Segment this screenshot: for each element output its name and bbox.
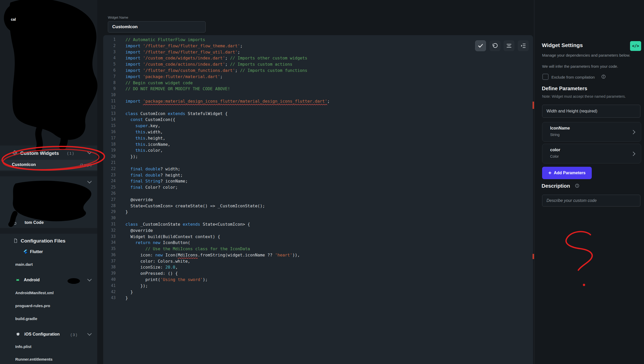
code-line: 22 final double? width; (103, 166, 533, 172)
code-line: 14 const CustomIcon({ (103, 117, 533, 123)
sidebar-item-android[interactable]: Android (0, 276, 97, 285)
customicon-args-badge: (3 args) (80, 163, 92, 167)
sidebar-item-configuration-files[interactable]: Configuration Files (0, 236, 97, 246)
parameter-card-color[interactable]: color Color (542, 144, 641, 163)
add-parameters-button[interactable]: + Add Parameters (542, 167, 592, 179)
configuration-files-label: Configuration Files (21, 238, 65, 244)
code-line: 32 @override (103, 228, 533, 234)
align-center-icon[interactable] (504, 40, 514, 51)
flutter-label: Flutter (30, 249, 43, 254)
code-line: 18 this.iconName, (103, 141, 533, 148)
code-line: 35 // Use the MdiIcons class for the Ico… (103, 246, 533, 252)
widgets-icon (12, 150, 17, 157)
code-line: 34 return new IconButton( (103, 240, 533, 246)
code-line: 2import '/flutter_flow/flutter_flow_them… (103, 43, 533, 49)
code-line: 41 }); (103, 283, 533, 289)
indent-icon[interactable] (518, 40, 529, 51)
sidebar-item-flutter[interactable]: Flutter (0, 248, 97, 256)
sidebar-item-runner-entitlements[interactable]: Runner.entitlements (0, 355, 97, 363)
custom-widgets-count: ( 1 ) (67, 151, 74, 155)
custom-widgets-section: Custom Widgets ( 1 ) CustomIcon (3 args) (0, 146, 97, 171)
code-line: 10 (103, 92, 533, 98)
sidebar-item-custom-widgets[interactable]: Custom Widgets ( 1 ) (0, 148, 97, 158)
android-icon (15, 278, 20, 284)
sidebar-item-proguard[interactable]: proguard-rules.pro (0, 302, 97, 310)
code-line: 25 final Color? color; (103, 184, 533, 191)
code-line: 30 (103, 215, 533, 221)
panel-title: Widget Settings (542, 42, 583, 48)
revert-icon[interactable] (490, 40, 500, 51)
sidebar-item-customicon[interactable]: CustomIcon (3 args) (0, 160, 97, 170)
sidebar-item-info-plist[interactable]: Info.plist (0, 343, 97, 351)
panel-subtitle-1: Manage your dependencies and parameters … (542, 52, 643, 58)
sidebar-item-build-gradle[interactable]: build.gradle (0, 315, 97, 323)
code-line: 39 onPressed: () { (103, 270, 533, 277)
chevron-down-icon[interactable] (87, 150, 92, 154)
sidebar-item-androidmanifest[interactable]: AndroidManifest.xml (0, 289, 97, 297)
sidebar: Custom Widgets ( 1 ) CustomIcon (3 args)… (0, 0, 97, 364)
code-line: 15 super.key, (103, 123, 533, 129)
parameter-card-iconname[interactable]: IconName String (542, 122, 641, 142)
code-line: 11import 'package:material_design_icons_… (103, 98, 533, 104)
code-line: 12 (103, 104, 533, 111)
code-line: 5import '/custom_code/actions/index.dart… (103, 61, 533, 67)
flutter-icon (23, 249, 28, 255)
code-line: 24 final String? iconName; (103, 178, 533, 184)
code-line: 36 icon: new Icon(MdiIcons.fromString(wi… (103, 252, 533, 258)
description-title: Description (542, 183, 570, 189)
info-icon[interactable] (575, 183, 580, 189)
parameters-note: Note: Widget must accept these named par… (542, 94, 626, 98)
code-line: 17 this.height, (103, 135, 533, 141)
exclude-compilation-label: Exclude from compilation (551, 74, 595, 80)
widget-settings-panel: Widget Settings Manage your dependencies… (534, 0, 644, 364)
configuration-files-section: Configuration Files Flutter main.dart (0, 234, 97, 364)
code-line: 27 @override (103, 197, 533, 203)
code-line: 19 this.color, (103, 147, 533, 154)
custom-code-icon (12, 220, 17, 226)
code-line: 37 color: Colors.white, (103, 258, 533, 264)
code-line: 20 }); (103, 154, 533, 160)
sidebar-item-hidden[interactable] (0, 178, 97, 187)
code-view-toggle[interactable]: </> (630, 41, 641, 51)
width-height-field[interactable] (542, 105, 640, 118)
info-icon[interactable] (601, 74, 606, 80)
apple-icon (16, 332, 21, 338)
code-line: 28 State<CustomIcon> createState() => _C… (103, 203, 533, 209)
code-line: 31class _CustomIconState extends State<C… (103, 221, 533, 228)
code-line: 43} (103, 295, 533, 301)
panel-subtitle-2: We will infer the parameters from your c… (542, 64, 643, 69)
code-line: 29} (103, 209, 533, 215)
description-input[interactable] (542, 195, 640, 207)
exclude-compilation-checkbox[interactable] (542, 74, 549, 80)
check-icon[interactable] (475, 40, 486, 51)
code-line: 13class CustomIcon extends StatefulWidge… (103, 111, 533, 117)
code-line: 4import '/custom_code/widgets/index.dart… (103, 55, 533, 61)
sidebar-item-main-dart[interactable]: main.dart (0, 261, 97, 268)
sidebar-item-custom-code[interactable]: tom Code (0, 218, 97, 228)
chevron-down-icon[interactable] (87, 331, 92, 336)
chevron-down-icon[interactable] (87, 179, 92, 184)
widget-name-label: Widget Name (108, 16, 128, 19)
plus-icon: + (548, 170, 551, 176)
widget-name-input[interactable] (108, 21, 206, 33)
define-parameters-title: Define Parameters (542, 86, 587, 92)
code-line: 38 iconSize: 20.0, (103, 264, 533, 270)
ios-count: ( 3 ) (71, 333, 77, 337)
code-line: 7import 'package:flutter/material.dart'; (103, 74, 533, 80)
code-line: 6import '/flutter_flow/custom_functions.… (103, 67, 533, 74)
code-line: 3import '/flutter_flow/flutter_flow_util… (103, 49, 533, 55)
sidebar-middle-section: tom Code (0, 176, 97, 228)
code-line: 23 final double? height; (103, 172, 533, 178)
code-line: 33 Widget build(BuildContext context) { (103, 234, 533, 240)
document-icon (13, 238, 18, 244)
code-line: 9// DO NOT REMOVE OR MODIFY THE CODE ABO… (103, 86, 533, 92)
sidebar-item-ios-configuration[interactable]: iOS Configuration ( 3 ) (0, 330, 97, 339)
custom-widgets-label: Custom Widgets (20, 150, 59, 156)
code-line: 42 } (103, 289, 533, 295)
code-line: 40 print('Using the sword'); (103, 277, 533, 283)
code-lines: 1// Automatic FlutterFlow imports2import… (103, 37, 533, 301)
code-line: 8// Begin custom widget code (103, 80, 533, 86)
chevron-down-icon[interactable] (87, 277, 92, 282)
android-label: Android (24, 278, 40, 282)
code-line: 26 (103, 191, 533, 197)
